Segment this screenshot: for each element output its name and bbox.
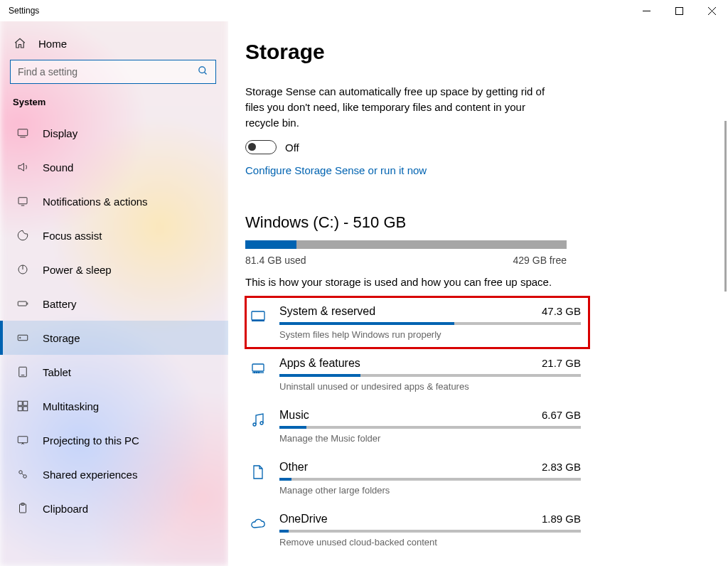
sidebar-item-label: Notifications & actions	[43, 196, 148, 208]
home-label: Home	[38, 38, 67, 50]
storage-category-apps-features[interactable]: Apps & features21.7 GBUninstall unused o…	[245, 348, 589, 400]
projecting-icon	[16, 433, 30, 447]
apps-icon	[248, 358, 268, 378]
drive-title: Windows (C:) - 510 GB	[245, 213, 728, 232]
category-bar	[279, 426, 581, 429]
multitasking-icon	[16, 399, 30, 413]
drive-usage-bar	[245, 240, 567, 249]
drive-free-label: 429 GB free	[513, 255, 567, 266]
sidebar-item-focus[interactable]: Focus assist	[0, 218, 228, 252]
window-title: Settings	[9, 6, 39, 16]
storage-category-temporary-files[interactable]: Temporary files668 MBChoose which tempor…	[245, 556, 589, 566]
sidebar-item-label: Focus assist	[43, 230, 102, 242]
other-icon	[248, 462, 268, 482]
display-icon	[16, 126, 30, 140]
sidebar-item-tablet[interactable]: Tablet	[0, 355, 228, 389]
category-subtitle: Manage other large folders	[279, 485, 581, 496]
search-field[interactable]	[18, 66, 198, 78]
minimize-button[interactable]	[630, 0, 663, 21]
onedrive-icon	[248, 514, 268, 534]
category-title: Other	[279, 461, 308, 474]
category-subtitle: System files help Windows run properly	[279, 329, 581, 340]
scrollbar[interactable]	[724, 121, 727, 292]
category-title: OneDrive	[279, 513, 328, 525]
sidebar-item-notifications[interactable]: Notifications & actions	[0, 184, 228, 218]
category-bar	[279, 478, 581, 481]
sidebar-item-shared[interactable]: Shared experiences	[0, 457, 228, 491]
maximize-button[interactable]	[663, 0, 695, 21]
category-subtitle: Manage the Music folder	[279, 433, 581, 444]
drive-breakdown-description: This is how your storage is used and how…	[245, 276, 728, 288]
sidebar-section-title: System	[0, 97, 228, 116]
storage-category-music[interactable]: Music6.67 GBManage the Music folder	[245, 400, 589, 452]
system-icon	[248, 306, 268, 326]
storage-sense-toggle-label: Off	[285, 142, 299, 154]
notifications-icon	[16, 194, 30, 208]
shared-icon	[16, 467, 30, 481]
sidebar-item-label: Multitasking	[43, 400, 99, 412]
svg-rect-1	[675, 7, 682, 14]
sidebar-item-label: Display	[43, 127, 77, 139]
svg-line-5	[204, 72, 206, 74]
drive-used-label: 81.4 GB used	[245, 255, 306, 266]
storage-sense-toggle[interactable]	[245, 140, 277, 154]
configure-storage-sense-link[interactable]: Configure Storage Sense or run it now	[245, 164, 427, 176]
category-size: 2.83 GB	[542, 461, 581, 473]
storage-category-system-reserved[interactable]: System & reserved47.3 GBSystem files hel…	[245, 297, 589, 348]
category-size: 21.7 GB	[542, 357, 581, 369]
sidebar-item-label: Storage	[43, 332, 80, 344]
category-title: Music	[279, 409, 309, 422]
page-title: Storage	[245, 40, 728, 64]
category-size: 6.67 GB	[542, 409, 581, 421]
category-bar	[279, 322, 581, 325]
category-subtitle: Uninstall unused or undesired apps & fea…	[279, 381, 581, 392]
search-input[interactable]	[10, 60, 216, 84]
storage-icon	[16, 331, 30, 345]
category-title: Apps & features	[279, 357, 360, 370]
sidebar-item-label: Projecting to this PC	[43, 434, 139, 447]
focus-icon	[16, 228, 30, 242]
sidebar-item-label: Battery	[43, 298, 77, 310]
sidebar-item-display[interactable]: Display	[0, 116, 228, 150]
sidebar-item-storage[interactable]: Storage	[0, 321, 228, 355]
sidebar-item-label: Shared experiences	[43, 469, 137, 481]
sidebar-item-label: Sound	[43, 161, 73, 173]
category-bar	[279, 374, 581, 377]
sidebar-item-label: Clipboard	[43, 503, 88, 515]
storage-category-onedrive[interactable]: OneDrive1.89 GBRemove unused cloud-backe…	[245, 504, 589, 556]
sidebar-item-label: Tablet	[43, 366, 71, 378]
battery-icon	[16, 297, 30, 311]
category-subtitle: Remove unused cloud-backed content	[279, 537, 581, 548]
storage-category-other[interactable]: Other2.83 GBManage other large folders	[245, 452, 589, 504]
svg-point-4	[199, 66, 205, 73]
power-icon	[16, 262, 30, 277]
category-size: 1.89 GB	[542, 513, 581, 525]
sidebar-item-projecting[interactable]: Projecting to this PC	[0, 423, 228, 457]
category-title: System & reserved	[279, 305, 375, 318]
sidebar-item-label: Power & sleep	[43, 264, 112, 276]
category-bar	[279, 530, 581, 533]
sidebar-item-multitasking[interactable]: Multitasking	[0, 389, 228, 423]
sidebar-item-power[interactable]: Power & sleep	[0, 252, 228, 287]
home-button[interactable]: Home	[0, 30, 228, 60]
sidebar-item-clipboard[interactable]: Clipboard	[0, 491, 228, 525]
music-icon	[248, 410, 268, 430]
home-icon	[13, 37, 27, 50]
tablet-icon	[16, 365, 30, 379]
sound-icon	[16, 160, 30, 174]
category-size: 47.3 GB	[542, 305, 581, 317]
sidebar-item-sound[interactable]: Sound	[0, 150, 228, 184]
sidebar-item-battery[interactable]: Battery	[0, 287, 228, 321]
clipboard-icon	[16, 501, 30, 516]
close-button[interactable]	[695, 0, 728, 21]
storage-sense-description: Storage Sense can automatically free up …	[245, 84, 551, 130]
search-icon	[198, 65, 208, 79]
